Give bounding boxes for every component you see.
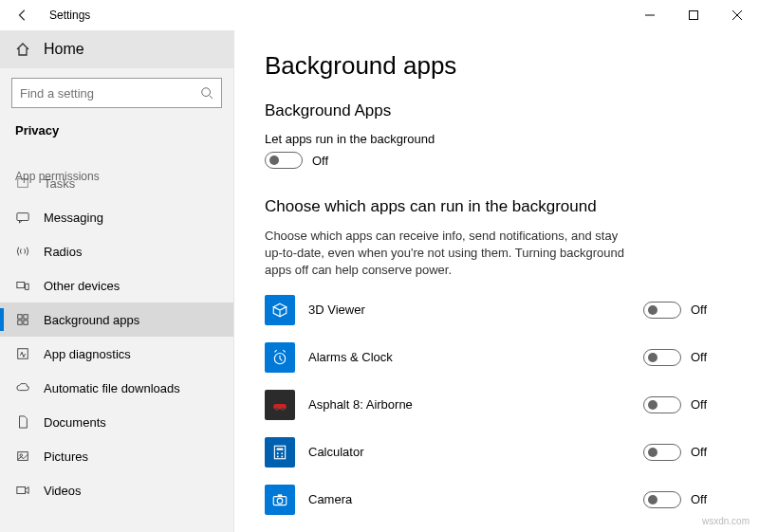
app-toggle[interactable] xyxy=(643,349,681,366)
app-name: 3D Viewer xyxy=(308,303,643,317)
nav-label: Tasks xyxy=(44,176,75,191)
app-toggle[interactable] xyxy=(643,491,681,508)
sidebar-item-pictures[interactable]: Pictures xyxy=(0,439,233,473)
nav-label: Messaging xyxy=(44,211,103,225)
search-icon xyxy=(200,86,213,100)
sidebar-item-file-downloads[interactable]: Automatic file downloads xyxy=(0,371,233,405)
app-name: Alarms & Clock xyxy=(308,350,643,364)
app-icon xyxy=(265,342,295,373)
svg-rect-8 xyxy=(17,283,25,288)
nav-label: App diagnostics xyxy=(44,347,131,361)
svg-point-20 xyxy=(275,407,278,410)
home-button[interactable]: Home xyxy=(0,30,233,68)
app-toggle-state: Off xyxy=(691,492,707,506)
svg-point-21 xyxy=(282,407,285,410)
svg-rect-6 xyxy=(18,179,28,188)
content-area: Background apps Background Apps Let apps… xyxy=(234,30,759,532)
section-description: Choose which apps can receive info, send… xyxy=(265,228,625,280)
close-button[interactable] xyxy=(715,0,759,30)
background-apps-icon xyxy=(15,313,30,326)
app-toggle-state: Off xyxy=(691,397,707,412)
videos-icon xyxy=(15,484,30,497)
section-title: Background Apps xyxy=(265,101,729,120)
svg-line-5 xyxy=(210,96,213,100)
nav-label: Documents xyxy=(44,415,106,430)
radios-icon xyxy=(15,245,30,258)
nav-label: Other devices xyxy=(44,279,120,293)
master-toggle[interactable] xyxy=(265,152,303,169)
app-toggle[interactable] xyxy=(643,396,681,413)
svg-rect-23 xyxy=(277,448,284,449)
minimize-button[interactable] xyxy=(628,0,672,30)
home-label: Home xyxy=(44,41,84,58)
app-row: Alarms & ClockOff xyxy=(265,340,729,375)
messaging-icon xyxy=(15,211,30,224)
documents-icon xyxy=(15,415,30,429)
app-row: 3D ViewerOff xyxy=(265,293,729,327)
svg-point-26 xyxy=(277,455,279,457)
nav-label: Background apps xyxy=(44,313,139,327)
page-heading: Background apps xyxy=(265,51,729,81)
svg-rect-10 xyxy=(18,315,22,319)
app-diagnostics-icon xyxy=(15,347,30,360)
sidebar-item-background-apps[interactable]: Background apps xyxy=(0,303,233,337)
app-name: Camera xyxy=(308,492,643,506)
minimize-icon xyxy=(645,10,655,20)
master-toggle-state: Off xyxy=(312,154,328,168)
svg-rect-11 xyxy=(24,315,28,319)
svg-point-29 xyxy=(277,498,283,504)
sidebar-item-videos[interactable]: Videos xyxy=(0,473,233,507)
nav-label: Pictures xyxy=(44,449,88,464)
close-icon xyxy=(732,10,742,20)
other-devices-icon xyxy=(15,279,30,292)
section-title-2: Choose which apps can run in the backgro… xyxy=(265,197,729,216)
search-box[interactable] xyxy=(11,78,222,108)
search-input[interactable] xyxy=(20,86,200,101)
app-toggle[interactable] xyxy=(643,444,681,461)
app-icon xyxy=(265,437,295,468)
svg-point-4 xyxy=(202,88,211,97)
svg-rect-1 xyxy=(690,11,698,20)
nav-label: Automatic file downloads xyxy=(44,381,180,395)
back-button[interactable] xyxy=(8,0,38,30)
sidebar-item-radios[interactable]: Radios xyxy=(0,234,233,268)
svg-point-27 xyxy=(281,455,283,457)
app-row: Asphalt 8: AirborneOff xyxy=(265,388,729,422)
arrow-left-icon xyxy=(16,9,29,22)
app-toggle-state: Off xyxy=(691,303,707,317)
svg-point-24 xyxy=(277,452,279,454)
sidebar: Home Privacy App permissions Tasks Messa… xyxy=(0,30,234,532)
pictures-icon xyxy=(15,449,30,463)
nav-label: Videos xyxy=(44,484,82,498)
app-toggle-state: Off xyxy=(691,445,707,459)
sidebar-item-app-diagnostics[interactable]: App diagnostics xyxy=(0,337,233,371)
svg-rect-22 xyxy=(274,446,285,459)
svg-rect-12 xyxy=(18,321,22,324)
window-title: Settings xyxy=(49,9,90,22)
maximize-icon xyxy=(689,10,698,20)
category-label: Privacy xyxy=(0,116,233,153)
sidebar-item-other-devices[interactable]: Other devices xyxy=(0,268,233,303)
app-icon xyxy=(265,295,295,325)
sidebar-item-messaging[interactable]: Messaging xyxy=(0,200,233,234)
app-icon xyxy=(265,485,295,515)
svg-rect-17 xyxy=(17,487,26,494)
app-icon xyxy=(265,390,295,420)
watermark: wsxdn.com xyxy=(702,516,750,526)
app-toggle[interactable] xyxy=(643,302,681,319)
svg-rect-13 xyxy=(24,321,28,324)
app-name: Asphalt 8: Airborne xyxy=(308,397,643,412)
svg-point-16 xyxy=(20,454,23,457)
app-row: CalculatorOff xyxy=(265,435,729,469)
maximize-button[interactable] xyxy=(672,0,715,30)
master-toggle-label: Let apps run in the background xyxy=(265,132,729,146)
svg-rect-7 xyxy=(17,213,28,221)
app-name: Calculator xyxy=(308,445,643,459)
svg-point-25 xyxy=(281,452,283,454)
svg-rect-9 xyxy=(26,284,29,289)
app-toggle-state: Off xyxy=(691,350,707,364)
home-icon xyxy=(15,42,30,57)
sidebar-item-tasks[interactable]: Tasks xyxy=(0,166,233,200)
cloud-icon xyxy=(15,381,30,394)
sidebar-item-documents[interactable]: Documents xyxy=(0,405,233,439)
